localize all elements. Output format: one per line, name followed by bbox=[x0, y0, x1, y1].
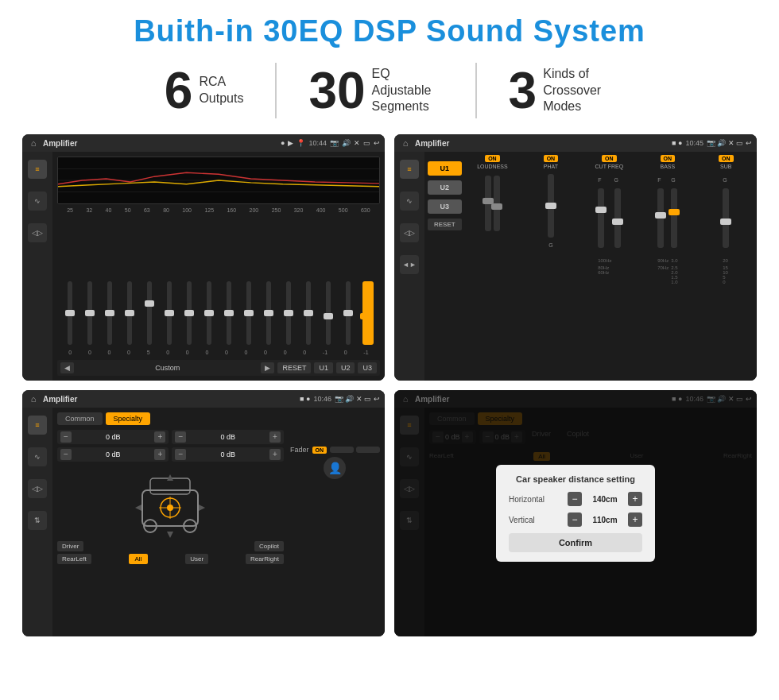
stats-row: 6 RCAOutputs 30 EQ AdjustableSegments 3 … bbox=[0, 56, 779, 130]
db-value-tr: 0 dB bbox=[188, 433, 268, 441]
amp-u1-button[interactable]: U1 bbox=[428, 161, 462, 176]
phat-label: PHAT bbox=[544, 164, 558, 169]
db-minus-bl[interactable]: − bbox=[60, 449, 72, 460]
amp-sub: ON SUB G 20 15 10 5 0 bbox=[699, 155, 754, 377]
db-control-br: − 0 dB + bbox=[172, 447, 284, 462]
cutfreq-on-badge: ON bbox=[602, 155, 617, 162]
sidebar-amp-vol-icon[interactable]: ◄► bbox=[400, 255, 419, 274]
eq-content: 25 32 40 50 63 80 100 125 160 200 250 32… bbox=[52, 152, 385, 381]
db-plus-br[interactable]: + bbox=[269, 449, 281, 460]
home-icon-3[interactable]: ⌂ bbox=[27, 393, 40, 405]
eq-prev-button[interactable]: ◀ bbox=[60, 362, 74, 373]
amp-reset-button[interactable]: RESET bbox=[428, 219, 462, 230]
driver-button[interactable]: Driver bbox=[57, 541, 83, 551]
sidebar-amp-eq-icon[interactable]: ≡ bbox=[400, 160, 419, 179]
sidebar-amp: ≡ ∿ ◁▷ ◄► bbox=[394, 152, 424, 381]
eq-slider-5 bbox=[160, 281, 178, 345]
fader-left: − 0 dB + − 0 dB + − 0 dB bbox=[57, 430, 284, 564]
home-icon[interactable]: ⌂ bbox=[27, 137, 40, 149]
eq-slider-8 bbox=[219, 281, 238, 345]
eq-u3-button[interactable]: U3 bbox=[358, 362, 377, 373]
bottom-labels: Driver Copilot bbox=[57, 541, 284, 551]
stat-number-eq: 30 bbox=[308, 65, 365, 116]
screen-body-eq: ≡ ∿ ◁▷ bbox=[22, 152, 385, 381]
horizontal-value: 140cm bbox=[585, 495, 625, 504]
db-value-bl: 0 dB bbox=[73, 451, 153, 458]
eq-slider-1 bbox=[80, 281, 99, 345]
sidebar-fader-spk-icon[interactable]: ◁▷ bbox=[28, 479, 47, 498]
topbar-icons-amp: 📷 🔊 ✕ ▭ ↩ bbox=[707, 139, 752, 147]
db-minus-tr[interactable]: − bbox=[175, 431, 186, 443]
rearright-button[interactable]: RearRight bbox=[246, 554, 284, 564]
amp-cutfreq: ON CUT FREQ F 100Hz 80Hz 60Hz G bbox=[582, 155, 637, 377]
sidebar-amp-spk-icon[interactable]: ◁▷ bbox=[400, 223, 419, 242]
bass-on-badge: ON bbox=[661, 155, 676, 162]
all-button[interactable]: All bbox=[129, 554, 149, 564]
amp-loudness: ON LOUDNESS bbox=[465, 155, 520, 377]
dialog-horizontal-row: Horizontal − 140cm + bbox=[509, 492, 642, 506]
eq-slider-6 bbox=[180, 281, 198, 345]
topbar-dots-3: ■ ● bbox=[300, 395, 310, 403]
confirm-button[interactable]: Confirm bbox=[509, 533, 642, 552]
topbar-cam: 📷 bbox=[330, 139, 339, 147]
db-minus-tl[interactable]: − bbox=[60, 431, 72, 443]
fader-slider-1[interactable] bbox=[330, 447, 354, 453]
svg-marker-12 bbox=[167, 474, 173, 481]
topbar-time-fader: 10:46 bbox=[313, 395, 331, 403]
sidebar-fader-arrows-icon[interactable]: ⇅ bbox=[28, 511, 47, 530]
eq-next-button[interactable]: ▶ bbox=[261, 362, 274, 373]
sidebar-eq: ≡ ∿ ◁▷ bbox=[22, 152, 52, 381]
fader-tab-common[interactable]: Common bbox=[57, 412, 103, 425]
horizontal-plus-button[interactable]: + bbox=[628, 492, 642, 506]
sidebar-fader-wave-icon[interactable]: ∿ bbox=[28, 447, 47, 466]
eq-slider-4 bbox=[140, 281, 158, 345]
screen-fader: ⌂ Amplifier ■ ● 10:46 📷 🔊 ✕ ▭ ↩ ≡ ∿ ◁▷ ⇅… bbox=[22, 390, 385, 636]
vertical-plus-button[interactable]: + bbox=[628, 512, 642, 527]
fader-slider-2[interactable] bbox=[356, 447, 380, 453]
sidebar-wave-icon[interactable]: ∿ bbox=[28, 191, 47, 211]
amp-u3-button[interactable]: U3 bbox=[428, 199, 462, 214]
eq-slider-13 bbox=[319, 281, 337, 345]
sub-on-badge: ON bbox=[719, 155, 734, 162]
db-controls-grid: − 0 dB + − 0 dB + − 0 dB bbox=[57, 430, 284, 462]
eq-reset-button[interactable]: RESET bbox=[277, 362, 311, 373]
dialog-vertical-label: Vertical bbox=[509, 516, 535, 524]
db-plus-tr[interactable]: + bbox=[269, 431, 281, 443]
fader-content: Common Specialty − 0 dB + − bbox=[52, 408, 385, 636]
eq-slider-2 bbox=[100, 281, 118, 345]
sidebar-speaker-icon[interactable]: ◁▷ bbox=[28, 223, 47, 242]
topbar-time-eq: 10:44 bbox=[308, 139, 327, 147]
eq-preset-label: Custom bbox=[77, 364, 258, 372]
sidebar-fader: ≡ ∿ ◁▷ ⇅ bbox=[22, 408, 52, 636]
sidebar-fader-eq-icon[interactable]: ≡ bbox=[28, 416, 47, 435]
eq-u2-button[interactable]: U2 bbox=[336, 362, 355, 373]
db-plus-bl[interactable]: + bbox=[154, 449, 165, 460]
screen-body-amp: ≡ ∿ ◁▷ ◄► U1 U2 U3 RESET ON LOUDNESS bbox=[394, 152, 757, 381]
user-button[interactable]: User bbox=[185, 554, 208, 564]
eq-bottom-bar: ◀ Custom ▶ RESET U1 U2 U3 bbox=[57, 360, 380, 376]
stat-number-crossover: 3 bbox=[509, 65, 537, 116]
vertical-minus-button[interactable]: − bbox=[568, 512, 582, 527]
sidebar-eq-icon[interactable]: ≡ bbox=[28, 160, 47, 179]
topbar-pin: 📍 bbox=[296, 139, 305, 147]
amp-controls: ON LOUDNESS ON PHAT G bbox=[465, 155, 754, 377]
db-minus-br[interactable]: − bbox=[175, 449, 186, 460]
stat-eq: 30 EQ AdjustableSegments bbox=[277, 65, 475, 116]
topbar-x: ✕ bbox=[354, 139, 360, 147]
amp-u2-button[interactable]: U2 bbox=[428, 180, 462, 195]
home-icon-2[interactable]: ⌂ bbox=[399, 137, 412, 149]
rearleft-button[interactable]: RearLeft bbox=[57, 554, 91, 564]
loudness-on-badge: ON bbox=[485, 155, 500, 162]
topbar-title-fader: Amplifier bbox=[43, 395, 296, 404]
stat-text-eq: EQ AdjustableSegments bbox=[372, 66, 444, 115]
stat-number-rca: 6 bbox=[165, 65, 193, 116]
horizontal-minus-button[interactable]: − bbox=[568, 492, 582, 506]
sidebar-amp-wave-icon[interactable]: ∿ bbox=[400, 191, 419, 211]
screen-amp: ⌂ Amplifier ■ ● 10:45 📷 🔊 ✕ ▭ ↩ ≡ ∿ ◁▷ ◄… bbox=[394, 134, 757, 381]
db-plus-tl[interactable]: + bbox=[154, 431, 165, 443]
copilot-button[interactable]: Copilot bbox=[254, 541, 284, 551]
topbar-time-amp: 10:45 bbox=[685, 139, 703, 147]
eq-u1-button[interactable]: U1 bbox=[314, 362, 333, 373]
topbar-icons-fader: 📷 🔊 ✕ ▭ ↩ bbox=[335, 395, 380, 403]
fader-tab-specialty[interactable]: Specialty bbox=[106, 412, 151, 425]
